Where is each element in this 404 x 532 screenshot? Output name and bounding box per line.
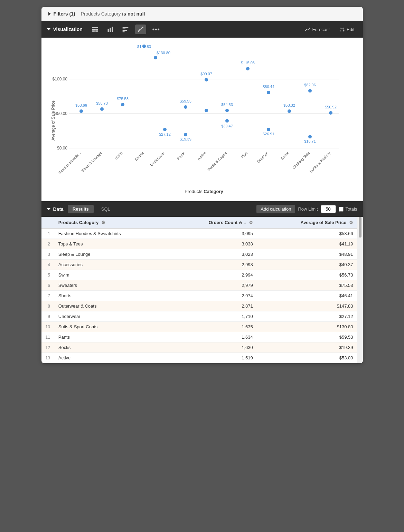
svg-rect-9 (122, 29, 125, 30)
svg-rect-7 (112, 27, 113, 32)
table-row: 6 Sweaters 2,979 $75.53 (41, 280, 363, 291)
viz-label[interactable]: Visualization (47, 27, 83, 32)
forecast-icon (305, 27, 310, 32)
viz-bar-icon-btn[interactable] (105, 25, 116, 34)
totals-label: Totals (339, 206, 357, 212)
filters-toggle[interactable]: Filters (1) (48, 11, 75, 17)
svg-text:Sleep & Lounge: Sleep & Lounge (80, 151, 102, 173)
viz-pivot-icon-btn[interactable] (120, 25, 131, 34)
main-container: Filters (1) Products Category is not nul… (41, 7, 363, 363)
col-avg-price: Average of Sale Price ⚙ (257, 217, 357, 229)
y-axis-label: Average of Sale Price (51, 100, 56, 141)
viz-arrow-icon (47, 28, 50, 30)
svg-text:$16.71: $16.71 (304, 139, 316, 143)
cell-orders-count: 1,519 (171, 353, 257, 363)
svg-rect-0 (92, 27, 98, 28)
cell-rownum: 6 (41, 280, 54, 291)
cell-orders-count: 1,710 (171, 311, 257, 322)
table-row: 2 Tops & Tees 3,038 $41.19 (41, 239, 363, 249)
cell-rownum: 9 (41, 311, 54, 322)
cell-avg-price: $41.19 (257, 239, 357, 249)
chart-container: Average of Sale Price $100.00 $50.00 $0.… (48, 45, 356, 198)
filters-label: Filters (1) (54, 11, 75, 17)
forecast-btn[interactable]: Forecast (302, 25, 333, 33)
cell-rownum: 11 (41, 332, 54, 342)
svg-rect-6 (110, 28, 111, 32)
cell-orders-count: 3,038 (171, 239, 257, 249)
svg-text:$115.03: $115.03 (241, 61, 255, 65)
viz-label-text: Visualization (53, 27, 83, 32)
avg-price-gear-icon[interactable]: ⚙ (349, 220, 353, 225)
svg-text:Shorts: Shorts (134, 151, 144, 162)
edit-icon (339, 27, 345, 32)
svg-text:$59.53: $59.53 (180, 99, 191, 103)
cell-avg-price: $59.53 (257, 332, 357, 342)
tab-sql[interactable]: SQL (96, 205, 115, 213)
svg-point-61 (267, 128, 270, 131)
svg-point-52 (205, 109, 208, 112)
data-arrow-icon (47, 208, 50, 210)
table-row: 8 Outerwear & Coats 2,871 $147.83 (41, 301, 363, 311)
table-row: 10 Suits & Sport Coats 1,635 $130.80 (41, 322, 363, 332)
svg-rect-5 (107, 29, 109, 32)
svg-rect-4 (95, 30, 98, 31)
svg-rect-8 (122, 27, 128, 28)
cell-category: Tops & Tees (54, 239, 171, 249)
filter-icon: ⊘ (239, 221, 242, 225)
pivot-icon (122, 26, 129, 33)
cell-avg-price: $40.37 (257, 260, 357, 270)
scrollbar[interactable] (357, 217, 363, 363)
results-table: Products Category ⚙ Orders Count ⊘ ↓ ⚙ A… (41, 217, 363, 363)
svg-text:$56.73: $56.73 (96, 101, 108, 105)
chart-area: Average of Sale Price $100.00 $50.00 $0.… (41, 38, 363, 201)
scatter-chart-svg: Average of Sale Price $100.00 $50.00 $0.… (48, 45, 356, 196)
table-row: 13 Active 1,519 $53.09 (41, 353, 363, 363)
svg-text:$99.07: $99.07 (200, 72, 212, 76)
svg-point-36 (100, 107, 104, 111)
cell-avg-price: $46.41 (257, 291, 357, 301)
edit-btn[interactable]: Edit (337, 26, 357, 33)
svg-text:Underwear: Underwear (149, 151, 165, 167)
cell-category: Suits & Sport Coats (54, 322, 171, 332)
svg-point-59 (267, 91, 270, 94)
category-gear-icon[interactable]: ⚙ (101, 220, 105, 225)
svg-text:$147.83: $147.83 (137, 45, 151, 49)
cell-rownum: 10 (41, 322, 54, 332)
data-toolbar: Data Results SQL Add calculation Row Lim… (41, 201, 363, 217)
svg-text:Skirts: Skirts (280, 151, 290, 161)
viz-table-icon-btn[interactable] (90, 25, 101, 34)
filters-condition: Products Category is not null (81, 11, 145, 17)
col-orders-count: Orders Count ⊘ ↓ ⚙ (171, 217, 257, 229)
cell-category: Sleep & Lounge (54, 249, 171, 260)
table-row: 9 Underwear 1,710 $27.12 (41, 311, 363, 322)
row-limit-input[interactable] (321, 205, 336, 213)
svg-text:Active: Active (196, 151, 207, 161)
filters-bar: Filters (1) Products Category is not nul… (41, 7, 363, 21)
svg-text:Pants & Capris: Pants & Capris (207, 151, 228, 172)
cell-orders-count: 3,095 (171, 229, 257, 239)
add-calculation-btn[interactable]: Add calculation (256, 205, 295, 213)
viz-more-btn[interactable]: ••• (150, 26, 162, 33)
cell-avg-price: $75.53 (257, 280, 357, 291)
sort-desc-icon[interactable]: ↓ (244, 220, 246, 225)
svg-text:$53.66: $53.66 (75, 103, 87, 107)
svg-text:$50.92: $50.92 (325, 105, 337, 109)
svg-text:Products Category: Products Category (185, 189, 223, 194)
table-row: 5 Swim 2,994 $56.73 (41, 270, 363, 280)
cell-orders-count: 2,998 (171, 260, 257, 270)
orders-gear-icon[interactable]: ⚙ (249, 220, 253, 225)
table-row: 12 Socks 1,630 $19.39 (41, 342, 363, 353)
svg-text:$0.00: $0.00 (57, 146, 67, 151)
cell-category: Accessories (54, 260, 171, 270)
totals-checkbox[interactable] (339, 207, 344, 212)
viz-scatter-icon-btn[interactable] (135, 25, 146, 34)
cell-avg-price: $130.80 (257, 322, 357, 332)
tab-results[interactable]: Results (68, 205, 94, 213)
cell-category: Swim (54, 270, 171, 280)
cell-orders-count: 1,630 (171, 342, 257, 353)
viz-toolbar: Visualization ••• Forecast (41, 21, 363, 38)
data-label[interactable]: Data (47, 206, 64, 212)
cell-avg-price: $19.39 (257, 342, 357, 353)
svg-text:Dresses: Dresses (256, 151, 269, 164)
table-icon (92, 26, 98, 33)
